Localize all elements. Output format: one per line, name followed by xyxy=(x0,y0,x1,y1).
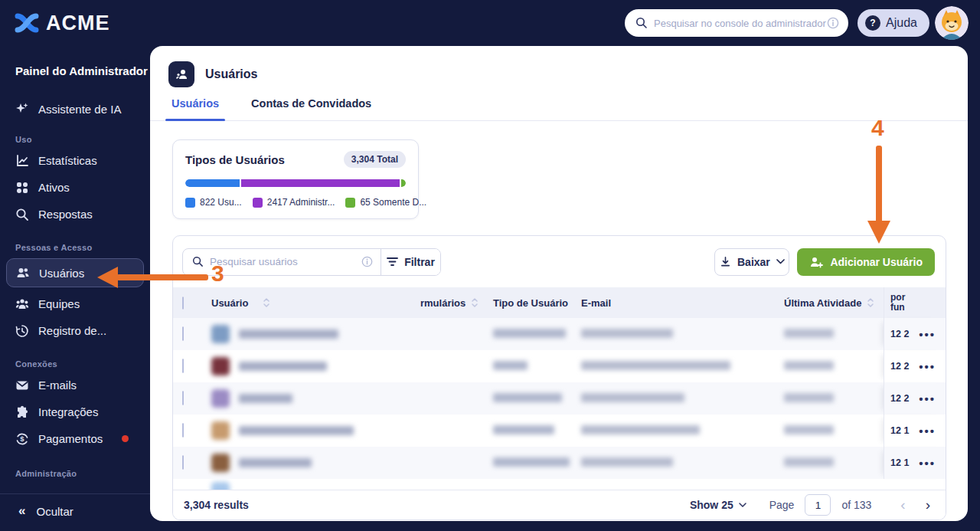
download-label: Baixar xyxy=(737,256,770,268)
sidebar: Painel do Administrador Assistente de IA… xyxy=(0,46,150,531)
row-checkbox[interactable] xyxy=(182,423,184,438)
avatar xyxy=(211,357,230,375)
page-size-select[interactable]: Show 25 xyxy=(690,499,746,511)
table-row[interactable]: 12 2••• xyxy=(173,350,946,382)
sidebar-item-respostas[interactable]: Respostas xyxy=(0,201,150,228)
users-table-card: Filtrar Baixar Adicionar Usuário Usuário… xyxy=(172,235,946,520)
sidebar-section-conexoes: Conexões xyxy=(15,359,150,372)
column-header-ultima-atividade[interactable]: Última Atividade xyxy=(784,297,861,309)
search-icon xyxy=(192,256,204,267)
row-checkbox[interactable] xyxy=(182,391,184,405)
page-title: Usuários xyxy=(205,67,257,81)
sidebar-item-estatisticas[interactable]: Estatísticas xyxy=(0,147,150,174)
sidebar-section-uso: Uso xyxy=(15,135,150,147)
table-row[interactable]: 12 1••• xyxy=(173,447,946,479)
sidebar-item-label: Integrações xyxy=(38,405,98,418)
user-avatar[interactable] xyxy=(935,6,969,40)
results-count: 3,304 results xyxy=(184,499,249,511)
sidebar-item-emails[interactable]: E-mails xyxy=(0,372,150,398)
cat-avatar-image xyxy=(935,6,969,40)
users-search-input[interactable] xyxy=(210,256,355,267)
sidebar-item-ativos[interactable]: Ativos xyxy=(0,174,150,201)
admin-search-input[interactable] xyxy=(654,18,827,29)
payments-icon: $ xyxy=(15,432,29,446)
download-button[interactable]: Baixar xyxy=(714,248,789,276)
redacted-email xyxy=(581,425,700,434)
clipped-cell-value: 12 1 xyxy=(890,425,912,436)
row-checkbox[interactable] xyxy=(182,359,184,373)
sidebar-item-assistente-ia[interactable]: Assistente de IA xyxy=(0,95,150,123)
chevron-down-icon xyxy=(739,503,746,507)
sort-icon[interactable] xyxy=(263,297,270,308)
table-row[interactable]: 12 1••• xyxy=(173,415,946,447)
chevron-down-icon xyxy=(776,259,785,264)
sort-icon[interactable] xyxy=(471,297,479,308)
clipped-cell-value: 12 2 xyxy=(890,393,912,404)
filter-label: Filtrar xyxy=(404,256,435,268)
sidebar-item-usuarios[interactable]: Usuários xyxy=(6,258,144,287)
table-footer: 3,304 results Show 25 Page of 133 ‹ › xyxy=(173,490,946,520)
sidebar-item-label: Usuários xyxy=(39,267,84,280)
select-all-checkbox[interactable] xyxy=(182,297,184,310)
sidebar-item-label: Ativos xyxy=(38,181,70,194)
page-number-input[interactable] xyxy=(805,494,831,516)
sidebar-item-registro[interactable]: Registro de... xyxy=(0,317,150,344)
column-header-email[interactable]: E-mail xyxy=(581,297,611,309)
sort-icon[interactable] xyxy=(867,297,874,308)
table-row[interactable]: 12 2••• xyxy=(173,318,946,350)
column-header-usuario[interactable]: Usuário xyxy=(211,297,248,309)
redacted-name xyxy=(239,362,327,371)
filter-button[interactable]: Filtrar xyxy=(381,249,440,275)
collapse-chevrons-icon: « xyxy=(18,503,25,519)
row-checkbox[interactable] xyxy=(182,326,184,341)
redacted-email xyxy=(581,361,730,370)
row-checkbox[interactable] xyxy=(182,455,184,470)
sidebar-title: Painel do Administrador xyxy=(15,64,150,78)
row-menu-button[interactable]: ••• xyxy=(919,424,936,438)
users-search-field[interactable] xyxy=(183,249,381,275)
sidebar-item-integracoes[interactable]: Integrações xyxy=(0,398,150,425)
sidebar-item-pagamentos[interactable]: $ Pagamentos xyxy=(0,425,150,452)
sidebar-item-equipes[interactable]: Equipes xyxy=(0,290,150,317)
row-menu-button[interactable]: ••• xyxy=(919,360,936,373)
legend-item: 65 Somente D... xyxy=(345,197,426,208)
brand-name: ACME xyxy=(46,11,110,35)
user-types-title: Tipos de Usuários xyxy=(185,153,285,166)
main-panel: Usuários Usuários Contas de Convidados T… xyxy=(150,46,968,521)
sidebar-collapse-button[interactable]: « Ocultar xyxy=(0,499,150,523)
legend-swatch xyxy=(253,198,263,208)
help-button[interactable]: ? Ajuda xyxy=(858,9,929,37)
redacted-last-activity xyxy=(784,425,834,434)
row-menu-button[interactable]: ••• xyxy=(919,328,936,341)
column-header-tipo[interactable]: Tipo de Usuário xyxy=(493,297,568,309)
redacted-name xyxy=(239,394,292,403)
download-icon xyxy=(720,256,731,267)
mail-icon xyxy=(15,379,29,392)
tab-bar: Usuários Contas de Convidados xyxy=(150,90,968,121)
redacted-last-activity xyxy=(784,329,834,338)
tab-usuarios[interactable]: Usuários xyxy=(172,97,219,120)
redacted-email xyxy=(581,457,673,467)
add-user-label: Adicionar Usuário xyxy=(830,256,923,268)
redacted-name xyxy=(239,329,338,339)
bar-segment-users xyxy=(185,179,240,187)
sidebar-item-label: E-mails xyxy=(38,379,77,392)
sidebar-item-label: Assistente de IA xyxy=(38,103,121,116)
assets-grid-icon xyxy=(15,181,29,195)
row-menu-button[interactable]: ••• xyxy=(919,457,936,470)
add-user-button[interactable]: Adicionar Usuário xyxy=(797,248,935,276)
clipped-cell-value: 12 1 xyxy=(890,457,912,468)
table-toolbar: Filtrar Baixar Adicionar Usuário xyxy=(173,236,946,287)
previous-page-button[interactable]: ‹ xyxy=(891,497,914,513)
table-header-row: Usuário rmulários Tipo de Usuário E-mail… xyxy=(173,287,946,318)
avatar xyxy=(211,325,230,343)
brand-logo: ACME xyxy=(14,11,110,35)
row-menu-button[interactable]: ••• xyxy=(919,392,936,405)
admin-console-search[interactable] xyxy=(625,9,848,37)
redacted-type xyxy=(493,329,566,338)
next-page-button[interactable]: › xyxy=(921,497,935,513)
bar-segment-dataonly xyxy=(401,179,406,187)
table-row[interactable]: 12 2••• xyxy=(173,382,946,415)
column-header-formularios[interactable]: rmulários xyxy=(420,297,466,309)
tab-contas-convidados[interactable]: Contas de Convidados xyxy=(251,97,371,120)
